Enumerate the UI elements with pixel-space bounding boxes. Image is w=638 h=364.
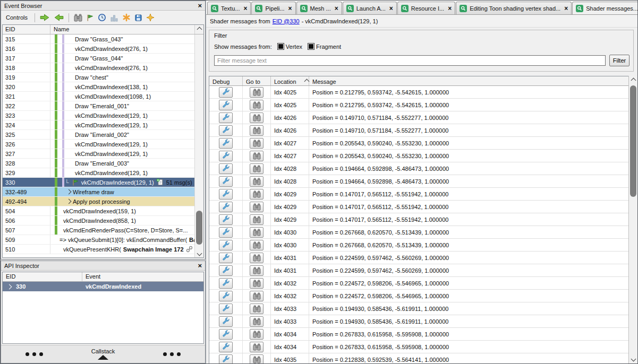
message-row[interactable]: Idx 4030Position = 0.267668, 0.620570, -…	[209, 239, 628, 252]
debug-button[interactable]	[219, 253, 233, 263]
goto-button[interactable]	[250, 87, 263, 98]
event-row[interactable]: 327vkCmdDrawIndexed(129, 1)	[3, 149, 194, 159]
filter-message-input[interactable]	[214, 55, 606, 66]
tab-close-icon[interactable]: ×	[389, 5, 393, 12]
tab-textu[interactable]: Textu...×	[207, 2, 251, 14]
event-row[interactable]: 332-489Wireframe draw	[3, 187, 194, 197]
scroll-up-icon[interactable]	[629, 79, 637, 82]
debug-button[interactable]	[219, 227, 233, 238]
scrollbar-thumb[interactable]	[196, 211, 202, 245]
find-binoculars-icon[interactable]	[74, 13, 82, 22]
goto-button[interactable]	[250, 214, 263, 225]
message-row[interactable]: Idx 4025Position = 0.212795, 0.593742, -…	[209, 99, 628, 111]
tab-editingtoonshadingvertexshad[interactable]: Editing Toon shading vertex shad...×	[456, 2, 572, 14]
tab-close-icon[interactable]: ×	[243, 5, 247, 12]
callstack-expander[interactable]: Callstack	[91, 348, 115, 360]
message-row[interactable]: Idx 4028Position = 0.194664, 0.592898, -…	[209, 175, 628, 188]
tab-pipeli[interactable]: Pipeli...×	[251, 2, 295, 14]
event-row[interactable]: 329vkCmdDrawIndexed(129, 1)	[3, 168, 194, 178]
event-row[interactable]: 330└vkCmdDrawIndexed(129, 1)51 msg(s)	[3, 178, 194, 187]
event-row[interactable]: 328Draw "Emerald_003"	[3, 159, 194, 168]
goto-button[interactable]	[250, 163, 263, 174]
debug-button[interactable]	[219, 304, 233, 314]
next-event-arrow-icon[interactable]	[54, 13, 64, 22]
message-row[interactable]: Idx 4032Position = 0.224572, 0.598206, -…	[209, 277, 628, 290]
tab-close-icon[interactable]: ×	[335, 5, 338, 12]
message-row[interactable]: Idx 4031Position = 0.224599, 0.597462, -…	[209, 264, 628, 277]
tab-launcha[interactable]: Launch A...×	[343, 2, 397, 14]
debug-button[interactable]	[219, 163, 233, 174]
goto-button[interactable]	[250, 100, 263, 110]
event-row[interactable]: 319Draw "chest"	[3, 73, 194, 82]
goto-button[interactable]	[250, 342, 263, 352]
debug-button[interactable]	[219, 112, 233, 123]
expand-chevron-icon[interactable]	[66, 199, 72, 204]
debug-button[interactable]	[219, 202, 233, 212]
debug-button[interactable]	[219, 265, 233, 276]
goto-button[interactable]	[250, 227, 263, 238]
event-row[interactable]: 322Draw "Emerald_001"	[3, 101, 194, 111]
scroll-down-icon[interactable]	[195, 252, 203, 255]
tab-close-icon[interactable]: ×	[564, 5, 568, 12]
checkbox-icon[interactable]	[277, 43, 284, 50]
fragment-checkbox[interactable]: Fragment	[308, 43, 341, 50]
checkbox-icon[interactable]	[308, 43, 314, 50]
timer-clock-icon[interactable]	[98, 13, 106, 22]
message-row[interactable]: Idx 4026Position = 0.149710, 0.571184, -…	[209, 111, 628, 124]
goto-button[interactable]	[250, 240, 263, 250]
message-row[interactable]: Idx 4029Position = 0.147017, 0.565112, -…	[209, 201, 628, 213]
api-event-row[interactable]: 330vkCmdDrawIndexed	[3, 282, 203, 291]
scrollbar-thumb[interactable]	[630, 85, 636, 197]
event-row[interactable]: 318vkCmdDrawIndexed(276, 1)	[3, 63, 194, 73]
debug-button[interactable]	[219, 189, 233, 200]
debug-button[interactable]	[219, 316, 233, 327]
message-row[interactable]: Idx 4034Position = 0.267833, 0.615958, -…	[209, 328, 628, 341]
message-row[interactable]: Idx 4032Position = 0.224572, 0.598206, -…	[209, 290, 628, 302]
event-row[interactable]: 317Draw "Grass_044"	[3, 54, 194, 63]
event-row[interactable]: 504vkCmdDrawIndexed(159, 1)	[3, 206, 194, 216]
goto-button[interactable]	[250, 202, 263, 212]
event-row[interactable]: 324vkCmdDrawIndexed(129, 1)	[3, 120, 194, 130]
filter-button[interactable]: Filter	[609, 55, 630, 66]
goto-button[interactable]	[250, 125, 263, 136]
goto-button[interactable]	[250, 291, 263, 301]
resolve-asterisk-icon[interactable]	[122, 13, 131, 22]
drag-handle-dots[interactable]	[163, 352, 181, 356]
debug-button[interactable]	[219, 138, 233, 149]
message-row[interactable]: Idx 4029Position = 0.147017, 0.565112, -…	[209, 188, 628, 201]
messages-scrollbar[interactable]	[628, 76, 637, 363]
message-column-header[interactable]: Message	[309, 76, 628, 85]
message-row[interactable]: Idx 4035Position = 0.212838, 0.592539, -…	[209, 353, 628, 363]
event-row[interactable]: 323vkCmdDrawIndexed(129, 1)	[3, 111, 194, 120]
goto-button[interactable]	[250, 354, 263, 364]
prev-event-arrow-icon[interactable]	[40, 13, 50, 22]
statistics-chart-icon[interactable]	[110, 13, 118, 22]
eid-link[interactable]: EID @330	[273, 18, 300, 24]
event-row[interactable]: 509=> vkQueueSubmit(1)[0]: vkEndCommandB…	[3, 235, 194, 245]
event-row[interactable]: 320vkCmdDrawIndexed(138, 1)	[3, 82, 194, 92]
debug-button[interactable]	[219, 240, 233, 250]
goto-button[interactable]	[250, 329, 263, 340]
goto-button[interactable]	[250, 151, 263, 161]
debug-button[interactable]	[219, 214, 233, 225]
vertex-checkbox[interactable]: Vertex	[277, 43, 302, 50]
debug-button[interactable]	[219, 151, 233, 161]
event-row[interactable]: 325Draw "Emerald_002"	[3, 130, 194, 140]
event-browser-scrollbar[interactable]	[194, 34, 203, 257]
tab-shadermessages[interactable]: Shader messages...×	[572, 2, 637, 15]
scroll-down-icon[interactable]	[629, 357, 637, 361]
message-row[interactable]: Idx 4027Position = 0.205543, 0.590240, -…	[209, 150, 628, 162]
event-row[interactable]: 510vkQueuePresentKHR(Swapchain Image 172…	[3, 245, 194, 254]
message-row[interactable]: Idx 4031Position = 0.224599, 0.597462, -…	[209, 252, 628, 264]
close-icon[interactable]: ×	[198, 2, 202, 9]
message-row[interactable]: Idx 4027Position = 0.205543, 0.590240, -…	[209, 137, 628, 150]
event-row[interactable]: 326vkCmdDrawIndexed(129, 1)	[3, 140, 194, 149]
tab-resourcei[interactable]: Resource I...×	[397, 2, 455, 14]
debug-column-header[interactable]: Debug	[209, 76, 243, 85]
goto-column-header[interactable]: Go to	[243, 76, 271, 85]
location-column-header[interactable]: Location	[271, 76, 309, 85]
event-row[interactable]: 506vkCmdDrawIndexed(858, 1)	[3, 216, 194, 226]
scroll-up-icon[interactable]	[194, 25, 203, 34]
event-row[interactable]: 507vkCmdEndRenderPass(C=Store, D=Store, …	[3, 226, 194, 235]
event-row[interactable]: 315Draw "Grass_043"	[3, 34, 194, 44]
